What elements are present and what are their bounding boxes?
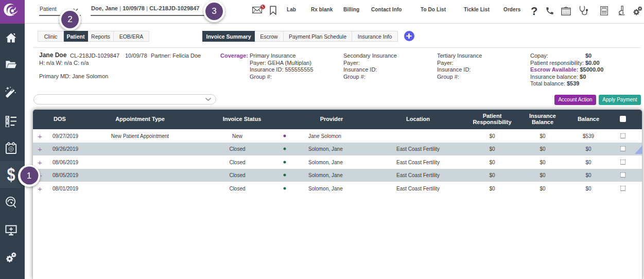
svg-text:$: $: [7, 164, 15, 184]
